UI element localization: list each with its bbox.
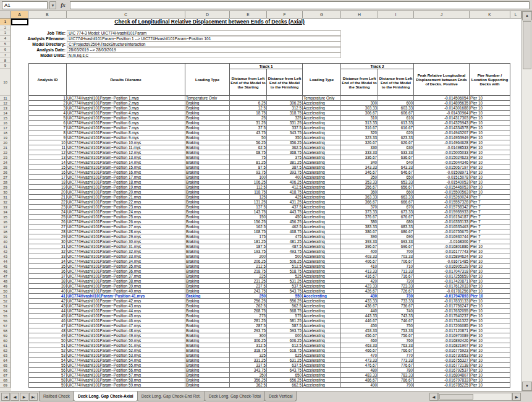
cell-track1-start[interactable]: 231.25 bbox=[230, 279, 267, 284]
cell-loading-type-track1[interactable]: Braking bbox=[185, 254, 230, 259]
cell-pier[interactable]: Pier 10 bbox=[470, 304, 510, 309]
cell-loading-type-track2[interactable]: Accelerating bbox=[303, 289, 341, 294]
cell-track2-start[interactable]: 396.67 bbox=[341, 244, 378, 249]
cell-pier[interactable]: Pier 10 bbox=[470, 101, 510, 106]
cell-pier[interactable]: Pier 10 bbox=[470, 155, 510, 160]
cell-peak-displacement[interactable]: -0.017632055 bbox=[414, 309, 470, 314]
cell-track2-start[interactable]: 370 bbox=[341, 205, 378, 210]
cell-pier[interactable]: Pier 7 bbox=[470, 210, 510, 215]
cell-track1-start[interactable]: 112.5 bbox=[230, 185, 267, 190]
cell-track2-finish[interactable]: 636.67 bbox=[378, 155, 414, 160]
cell-pier[interactable]: Pier 10 bbox=[470, 126, 510, 130]
cell-track2-start[interactable]: 470 bbox=[341, 353, 378, 358]
cell-analysis-id[interactable]: 25 bbox=[28, 215, 67, 220]
cell-loading-type-track2[interactable]: Accelerating bbox=[303, 121, 341, 126]
cell-loading-type-track1[interactable]: Braking bbox=[185, 145, 230, 150]
cell-loading-type-track2[interactable]: Accelerating bbox=[303, 319, 341, 323]
cell-loading-type-track1[interactable]: Braking bbox=[185, 135, 230, 140]
cell-results-filename[interactable]: UIC774Hvashil101Param~Position 31.mys bbox=[67, 244, 185, 249]
column-header-C[interactable]: C bbox=[67, 11, 185, 19]
cell-analysis-id[interactable]: 47 bbox=[28, 323, 67, 328]
column-header-H[interactable]: H bbox=[341, 11, 378, 19]
cell-track1-start[interactable]: 212.5 bbox=[230, 264, 267, 269]
cell-loading-type-track2[interactable]: Accelerating bbox=[303, 348, 341, 353]
cell-track2-start[interactable]: 436.67 bbox=[341, 304, 378, 309]
row-header-4[interactable]: 4 bbox=[0, 36, 11, 41]
cell-track2-start[interactable]: 363.33 bbox=[341, 195, 378, 200]
row-header-9[interactable]: 9 bbox=[0, 63, 11, 69]
cell-track2-start[interactable]: 346.67 bbox=[341, 170, 378, 175]
cell-pier[interactable]: Pier 10 bbox=[470, 338, 510, 343]
row-header-58[interactable]: 58 bbox=[0, 328, 11, 333]
row-header-54[interactable]: 54 bbox=[0, 309, 11, 314]
select-all-corner[interactable] bbox=[0, 11, 11, 19]
cell-results-filename[interactable]: UIC774Hvashil101Param~Position 32.mys bbox=[67, 249, 185, 254]
cell-loading-type-track1[interactable]: Braking bbox=[185, 130, 230, 135]
row-header-19[interactable]: 19 bbox=[0, 135, 11, 140]
name-box-dropdown-icon[interactable]: ▼ bbox=[49, 1, 56, 9]
cell-loading-type-track1[interactable]: Braking bbox=[185, 165, 230, 170]
cell-analysis-id[interactable]: 17 bbox=[28, 175, 67, 180]
cell-track1-start[interactable]: 12.5 bbox=[230, 106, 267, 111]
cell-analysis-id[interactable]: 10 bbox=[28, 140, 67, 145]
cell-peak-displacement[interactable]: -0.015067197 bbox=[414, 165, 470, 170]
cell-peak-displacement[interactable]: -0.016535463 bbox=[414, 225, 470, 229]
cell-track2-finish[interactable]: 666.67 bbox=[378, 200, 414, 205]
scroll-down-icon[interactable]: ▼ bbox=[522, 382, 532, 391]
cell-results-filename[interactable]: UIC774Hvashil101Param~Position 13.mys bbox=[67, 155, 185, 160]
cell-track2-finish[interactable]: 710 bbox=[378, 264, 414, 269]
cell-pier[interactable]: Pier 10 bbox=[470, 140, 510, 145]
cell-track2-finish[interactable]: 743.33 bbox=[378, 314, 414, 319]
cell-results-filename[interactable]: UIC774Hvashil101Param~Position 44.mys bbox=[67, 309, 185, 314]
cell-analysis-id[interactable]: 30 bbox=[28, 239, 67, 244]
cell-track1-finish[interactable]: 643.75 bbox=[267, 368, 303, 373]
cell-peak-displacement[interactable]: -0.016353133 bbox=[414, 220, 470, 225]
cell-track2-finish[interactable]: 740 bbox=[378, 309, 414, 314]
cell-loading-type-track2[interactable]: Accelerating bbox=[303, 284, 341, 289]
cell-results-filename[interactable]: UIC774Hvashil101Param~Position 18.mys bbox=[67, 180, 185, 185]
cell-track2-finish[interactable]: 776.67 bbox=[378, 363, 414, 368]
cell-analysis-id[interactable]: 49 bbox=[28, 333, 67, 338]
column-header-G[interactable]: G bbox=[303, 11, 341, 19]
cell-peak-displacement[interactable]: -0.016755327 bbox=[414, 358, 470, 363]
row-header-26[interactable]: 26 bbox=[0, 170, 11, 175]
cell-results-filename[interactable]: UIC774Hvashil101Param~Position 2.mys bbox=[67, 101, 185, 106]
cell-analysis-id[interactable]: 6 bbox=[28, 121, 67, 126]
selected-cell-a1[interactable] bbox=[11, 19, 28, 25]
cell-pier[interactable]: Pier 7 bbox=[470, 225, 510, 229]
cell-analysis-id[interactable]: 43 bbox=[28, 304, 67, 309]
cell-results-filename[interactable]: UIC774Hvashil101Param~Position 36.mys bbox=[67, 269, 185, 274]
cell-track2-start[interactable]: 323.33 bbox=[341, 135, 378, 140]
cell-loading-type-track1[interactable]: Braking bbox=[185, 294, 230, 299]
cell-analysis-id[interactable]: 27 bbox=[28, 225, 67, 229]
cell-loading-type-track2[interactable]: Accelerating bbox=[303, 294, 341, 299]
cell-results-filename[interactable]: UIC774Hvashil101Param~Position 37.mys bbox=[67, 274, 185, 279]
cell-analysis-id[interactable]: 59 bbox=[28, 383, 67, 388]
cell-results-filename[interactable]: UIC774Hvashil101Param~Position 51.mys bbox=[67, 343, 185, 348]
cell-track2-start[interactable]: 433.33 bbox=[341, 299, 378, 304]
cell-track1-start[interactable]: 350 bbox=[230, 373, 267, 378]
row-header-67[interactable]: 67 bbox=[0, 373, 11, 378]
cell-track2-start[interactable]: 393.33 bbox=[341, 239, 378, 244]
column-header-B[interactable]: B bbox=[28, 11, 67, 19]
cell-track1-start[interactable]: 131.25 bbox=[230, 200, 267, 205]
cell-results-filename[interactable]: UIC774Hvashil101Param~Position 48.mys bbox=[67, 328, 185, 333]
cell-results-filename[interactable]: UIC774Hvashil101Param~Position 3.mys bbox=[67, 106, 185, 111]
cell-results-filename[interactable]: UIC774Hvashil101Param~Position 54.mys bbox=[67, 358, 185, 363]
cell-results-filename[interactable]: UIC774Hvashil101Param~Position 11.mys bbox=[67, 145, 185, 150]
cell-track1-finish[interactable]: 656.25 bbox=[267, 378, 303, 383]
cell-analysis-id[interactable]: 16 bbox=[28, 170, 67, 175]
sheet-tab-railbed-check[interactable]: Railbed Check bbox=[39, 391, 74, 401]
cell-track1-finish[interactable]: 325 bbox=[267, 116, 303, 121]
cell-loading-type-track1[interactable]: Braking bbox=[185, 269, 230, 274]
cell-pier[interactable]: Pier 10 bbox=[470, 363, 510, 368]
cell-track2-finish[interactable]: 773.33 bbox=[378, 358, 414, 363]
row-header-44[interactable]: 44 bbox=[0, 259, 11, 264]
cell-pier[interactable]: Pier 10 bbox=[470, 116, 510, 121]
cell-loading-type-track1[interactable]: Braking bbox=[185, 353, 230, 358]
cell-peak-displacement[interactable]: -0.015955933 bbox=[414, 210, 470, 215]
row-header-53[interactable]: 53 bbox=[0, 304, 11, 309]
cell-pier[interactable]: Pier 10 bbox=[470, 259, 510, 264]
cell-pier[interactable]: Pier 10 bbox=[470, 96, 510, 101]
cell-pier[interactable]: Pier 10 bbox=[470, 284, 510, 289]
